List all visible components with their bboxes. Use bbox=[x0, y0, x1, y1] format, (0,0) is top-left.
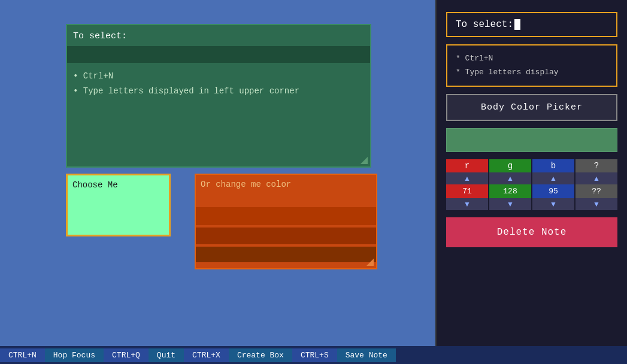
note-bullet-1: Ctrl+N bbox=[73, 69, 364, 84]
note-orange[interactable]: Or change me color bbox=[195, 174, 377, 269]
g-up-button[interactable]: ▲ bbox=[489, 172, 531, 184]
channel-g: g ▲ 128 ▼ bbox=[489, 159, 531, 210]
r-value: 71 bbox=[446, 184, 488, 198]
stripe1 bbox=[196, 207, 376, 225]
note-large-divider bbox=[67, 46, 370, 63]
toolbar-shortcut-2[interactable]: CTRL+Q bbox=[104, 348, 149, 362]
b-down-button[interactable]: ▼ bbox=[532, 198, 574, 210]
note-large[interactable]: To select: Ctrl+N Type letters displayed… bbox=[66, 24, 371, 168]
b-up-button[interactable]: ▲ bbox=[532, 172, 574, 184]
g-value: 128 bbox=[489, 184, 531, 198]
note-large-title: To select: bbox=[73, 31, 364, 41]
hints-box: * Ctrl+N * Type letters display bbox=[446, 44, 617, 87]
main-area: To select: Ctrl+N Type letters displayed… bbox=[0, 0, 627, 346]
resize-handle[interactable] bbox=[361, 157, 368, 164]
channel-r: r ▲ 71 ▼ bbox=[446, 159, 488, 210]
note-small-label: Choose Me bbox=[72, 180, 118, 190]
note-large-body: Ctrl+N Type letters displayed in left up… bbox=[73, 69, 364, 99]
note-small[interactable]: Choose Me bbox=[66, 174, 171, 236]
toolbar-shortcut-3[interactable]: CTRL+X bbox=[184, 348, 229, 362]
select-input[interactable]: To select: bbox=[446, 12, 617, 37]
hint-2: * Type letters display bbox=[456, 65, 608, 79]
r-label: r bbox=[446, 159, 488, 172]
canvas-area: To select: Ctrl+N Type letters displayed… bbox=[0, 0, 435, 346]
toolbar-shortcut-4[interactable]: CTRL+S bbox=[292, 348, 337, 362]
q-up-button[interactable]: ▲ bbox=[575, 172, 617, 184]
toolbar: CTRL+N Hop Focus CTRL+Q Quit CTRL+X Crea… bbox=[0, 346, 627, 364]
hint-1: * Ctrl+N bbox=[456, 51, 608, 65]
channel-b: b ▲ 95 ▼ bbox=[532, 159, 574, 210]
delete-note-button[interactable]: Delete Note bbox=[446, 217, 617, 247]
stripe3 bbox=[196, 247, 376, 262]
r-up-button[interactable]: ▲ bbox=[446, 172, 488, 184]
note-orange-label: Or change me color bbox=[201, 180, 291, 189]
channel-q: ? ▲ ?? ▼ bbox=[575, 159, 617, 210]
g-label: g bbox=[489, 159, 531, 172]
right-panel: To select: * Ctrl+N * Type letters displ… bbox=[435, 0, 627, 346]
toolbar-shortcut-1[interactable]: CTRL+N bbox=[0, 348, 45, 362]
q-down-button[interactable]: ▼ bbox=[575, 198, 617, 210]
note-bullet-2: Type letters displayed in left upper cor… bbox=[73, 84, 364, 99]
r-down-button[interactable]: ▼ bbox=[446, 198, 488, 210]
q-value: ?? bbox=[575, 184, 617, 198]
toolbar-label-4[interactable]: Save Note bbox=[337, 348, 396, 362]
toolbar-label-2[interactable]: Quit bbox=[149, 348, 184, 362]
q-label: ? bbox=[575, 159, 617, 172]
b-label: b bbox=[532, 159, 574, 172]
b-value: 95 bbox=[532, 184, 574, 198]
color-preview bbox=[446, 128, 617, 152]
toolbar-label-3[interactable]: Create Box bbox=[229, 348, 292, 362]
text-cursor bbox=[514, 19, 520, 30]
color-controls: r ▲ 71 ▼ g ▲ 128 ▼ b ▲ 95 ▼ bbox=[446, 159, 617, 210]
select-label: To select: bbox=[456, 19, 513, 30]
stripe2 bbox=[196, 228, 376, 244]
toolbar-label-1[interactable]: Hop Focus bbox=[45, 348, 104, 362]
body-color-picker-button[interactable]: Body Color Picker bbox=[446, 94, 617, 121]
g-down-button[interactable]: ▼ bbox=[489, 198, 531, 210]
